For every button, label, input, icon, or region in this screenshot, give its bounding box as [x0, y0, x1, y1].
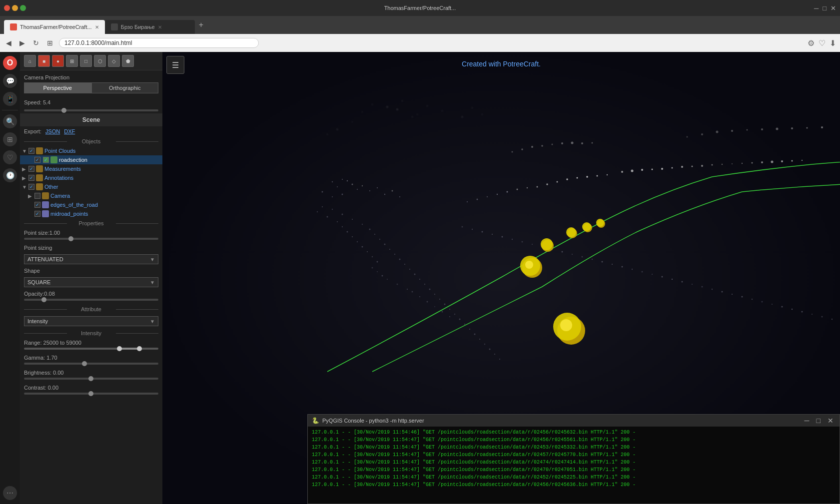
toolbar-diamond-btn[interactable]: ◇ [108, 55, 120, 67]
tree-item-edges[interactable]: edges_of_the_road [20, 200, 162, 209]
tab-close-icon[interactable]: ✕ [95, 24, 99, 30]
browser-sidebar-whatsapp-icon[interactable]: 📱 [3, 92, 17, 106]
svg-point-52 [394, 254, 395, 255]
svg-point-118 [562, 251, 563, 253]
svg-point-121 [592, 259, 593, 260]
svg-point-168 [525, 261, 533, 269]
contrast-thumb[interactable] [88, 391, 93, 396]
minimize-window-btn[interactable] [12, 5, 18, 11]
opacity-slider[interactable] [24, 299, 158, 301]
point-size-slider[interactable] [24, 238, 158, 240]
checkbox-edges[interactable] [34, 202, 40, 208]
attribute-dropdown[interactable]: Intensity ▼ [24, 316, 158, 326]
tree-item-annotations[interactable]: ▶ Annotations [20, 173, 162, 182]
svg-point-63 [449, 309, 450, 310]
viewer[interactable]: Created with PotreeCraft. ☰ 🐍 PyQGIS Con… [162, 52, 840, 504]
close-icon[interactable]: ✕ [831, 4, 836, 12]
tab-potreecraft[interactable]: ThomasFarmer/PotreeCraft... ✕ [4, 20, 105, 34]
tab-brzo-close-icon[interactable]: ✕ [158, 24, 162, 30]
svg-point-156 [701, 133, 703, 135]
speed-thumb[interactable] [61, 108, 66, 113]
toolbar-box-btn[interactable]: □ [80, 55, 92, 67]
toolbar-polygon-btn[interactable]: ⬟ [122, 55, 134, 67]
checkbox-camera[interactable] [34, 193, 40, 199]
tree-item-midroad[interactable]: midroad_points [20, 209, 162, 218]
svg-point-23 [362, 185, 363, 186]
brightness-thumb[interactable] [88, 376, 93, 381]
svg-point-147 [521, 148, 523, 150]
svg-point-93 [661, 168, 663, 170]
restore-icon[interactable]: □ [823, 4, 827, 12]
browser-sidebar-more-icon[interactable]: ⋯ [3, 486, 17, 500]
toolbar-home-btn[interactable]: ⌂ [24, 55, 36, 67]
browser-sidebar-history-icon[interactable]: 🕐 [3, 168, 17, 182]
svg-point-91 [641, 169, 643, 171]
svg-point-80 [527, 187, 528, 188]
gamma-slider[interactable] [24, 363, 158, 365]
range-thumb-max[interactable] [137, 346, 142, 351]
title-bar: ThomasFarmer/PotreeCraft... ─ □ ✕ [0, 0, 840, 16]
perspective-btn[interactable]: Perspective [24, 82, 91, 93]
checkbox-other[interactable] [28, 184, 34, 190]
range-thumb-min[interactable] [117, 346, 122, 351]
orthographic-btn[interactable]: Orthographic [91, 82, 159, 93]
reload-btn[interactable]: ↻ [31, 38, 41, 48]
browser-sidebar-heart-icon[interactable]: ♡ [3, 150, 17, 164]
toolbar-cube-btn[interactable]: ■ [38, 55, 50, 67]
person-icon-midroad [42, 210, 49, 217]
address-input[interactable]: 127.0.0.1:8000/main.html [59, 38, 259, 48]
svg-point-105 [781, 160, 783, 162]
svg-point-16 [332, 181, 333, 182]
point-sizing-dropdown[interactable]: ATTENUATED ▼ [24, 254, 158, 264]
console-restore-btn[interactable]: □ [815, 417, 823, 425]
dxf-export-btn[interactable]: DXF [64, 128, 75, 134]
checkbox-roadsection2[interactable] [43, 157, 49, 163]
tree-item-other[interactable]: ▼ Other [20, 182, 162, 191]
browser-sidebar-messenger-icon[interactable]: 💬 [3, 74, 17, 88]
tree-item-measurements[interactable]: ▶ Measurements [20, 164, 162, 173]
toolbar-sphere-btn[interactable]: ● [52, 55, 64, 67]
tree-item-roadsection[interactable]: roadsection [20, 155, 162, 164]
speed-slider[interactable] [24, 109, 158, 111]
tree-item-camera[interactable]: ▶ Camera [20, 191, 162, 200]
forward-btn[interactable]: ▶ [17, 38, 27, 48]
svg-point-124 [622, 266, 623, 268]
minimize-icon[interactable]: ─ [814, 4, 819, 12]
close-window-btn[interactable] [4, 5, 10, 11]
toolbar-grid-btn[interactable]: ⊞ [66, 55, 78, 67]
console-body[interactable]: 127.0.0.1 - - [30/Nov/2019 11:54:46] "GE… [308, 427, 840, 504]
tree-item-point-clouds[interactable]: ▼ Point Clouds [20, 146, 162, 155]
shape-dropdown[interactable]: SQUARE ▼ [24, 277, 158, 287]
range-row: Range: 25000 to 59000 [20, 338, 162, 353]
checkbox-midroad[interactable] [34, 211, 40, 217]
svg-point-60 [434, 294, 435, 295]
toolbar-cylinder-btn[interactable]: ⬡ [94, 55, 106, 67]
svg-point-157 [716, 131, 719, 133]
console-minimize-btn[interactable]: ─ [803, 417, 812, 425]
menu-toggle-btn[interactable]: ☰ [166, 56, 184, 74]
json-export-btn[interactable]: JSON [45, 128, 60, 134]
checkbox-point-clouds[interactable] [28, 148, 34, 154]
checkbox-roadsection[interactable] [34, 157, 40, 163]
svg-point-111 [492, 234, 493, 235]
browser-sidebar-search-icon[interactable]: 🔍 [3, 114, 17, 128]
point-size-thumb[interactable] [68, 236, 73, 241]
back-btn[interactable]: ◀ [4, 38, 13, 48]
shape-label: Shape [24, 268, 40, 274]
opacity-thumb[interactable] [41, 297, 46, 302]
browser-sidebar-opera-icon[interactable]: O [3, 56, 17, 70]
tab-brzo[interactable]: Брзо Бирање ✕ [105, 20, 195, 34]
svg-point-161 [776, 128, 779, 130]
browser-sidebar-apps-icon[interactable]: ⊞ [3, 132, 17, 146]
checkbox-measurements[interactable] [28, 166, 34, 172]
range-slider[interactable] [24, 348, 158, 350]
console-close-btn[interactable]: ✕ [826, 417, 836, 425]
maximize-window-btn[interactable] [20, 5, 26, 11]
contrast-slider[interactable] [24, 393, 158, 395]
checkbox-annotations[interactable] [28, 175, 34, 181]
svg-point-169 [541, 238, 553, 250]
new-tab-btn[interactable]: + [195, 18, 207, 31]
gamma-thumb[interactable] [82, 361, 87, 366]
brightness-slider[interactable] [24, 378, 158, 380]
home-btn[interactable]: ⊞ [45, 38, 55, 48]
